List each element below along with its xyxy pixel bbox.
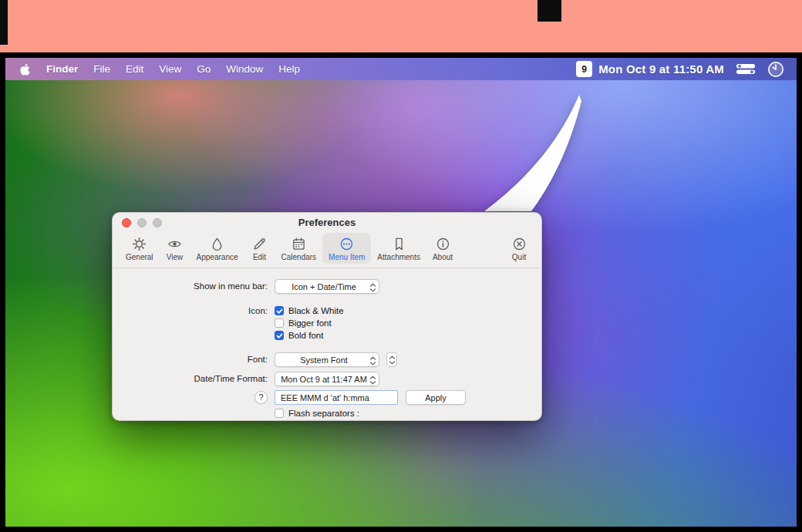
menu-file[interactable]: File [86, 63, 118, 75]
menu-window[interactable]: Window [218, 63, 271, 75]
popup-stepper-icon [369, 282, 376, 293]
eye-icon [167, 236, 182, 251]
calendar-icon [291, 236, 306, 251]
bookmark-icon [392, 236, 406, 251]
bold-font-label[interactable]: Bold font [288, 331, 323, 340]
toolbar-calendars[interactable]: Calendars [275, 233, 323, 264]
control-center-icon[interactable] [736, 63, 756, 75]
background-window-edge-right [537, 0, 561, 22]
menu-view[interactable]: View [151, 63, 189, 75]
toolbar-edit[interactable]: Edit [244, 233, 275, 264]
show-in-menu-bar-label: Show in menu bar: [117, 280, 275, 293]
menu-finder[interactable]: Finder [39, 63, 86, 75]
background-window-edge-left [0, 0, 8, 45]
toolbar-appearance[interactable]: Appearance [190, 233, 244, 264]
wallpaper: Finder File Edit View Go Window Help 9 M… [5, 58, 797, 527]
black-and-white-checkbox[interactable] [275, 306, 284, 315]
bigger-font-label[interactable]: Bigger font [288, 318, 332, 328]
show-in-menu-bar-popup[interactable]: Icon + Date/Time [275, 279, 379, 294]
toolbar-view[interactable]: View [160, 233, 190, 264]
calendar-day-icon: 9 [576, 61, 592, 77]
window-title: Preferences [113, 213, 541, 233]
zoom-button[interactable] [153, 218, 162, 227]
flash-separators-label[interactable]: Flash separators : [288, 409, 359, 418]
popup-stepper-icon [369, 375, 376, 386]
black-and-white-label[interactable]: Black & White [288, 306, 344, 315]
toolbar-attachments[interactable]: Attachments [371, 233, 426, 264]
calendar-day-number: 9 [581, 64, 587, 75]
gear-icon [132, 236, 147, 251]
toolbar-general[interactable]: General [120, 233, 160, 264]
close-button[interactable] [122, 218, 131, 227]
preferences-window: Preferences [112, 212, 542, 421]
menu-edit[interactable]: Edit [118, 63, 151, 75]
font-popup[interactable]: System Font [275, 352, 379, 367]
menu-go[interactable]: Go [189, 63, 218, 75]
icon-label: Icon: [117, 305, 275, 318]
toolbar-quit[interactable]: Quit [504, 233, 534, 264]
droplet-icon [210, 236, 224, 251]
font-size-stepper[interactable] [386, 352, 397, 367]
flash-separators-checkbox[interactable] [275, 409, 284, 418]
menu-help[interactable]: Help [271, 63, 308, 75]
titlebar[interactable]: Preferences [113, 213, 541, 231]
font-label: Font: [117, 353, 275, 366]
menu-bar: Finder File Edit View Go Window Help 9 M… [5, 58, 797, 80]
clock-icon[interactable] [767, 61, 784, 78]
help-button[interactable]: ? [254, 391, 268, 404]
toolbar: General View [113, 231, 541, 268]
popup-stepper-icon [369, 355, 376, 366]
bold-font-checkbox[interactable] [275, 331, 284, 340]
toolbar-about[interactable]: About [426, 233, 459, 264]
preferences-form: Show in menu bar: Icon + Date/Time Icon: [113, 268, 541, 418]
datetime-format-popup[interactable]: Mon Oct 9 at 11:47 AM [275, 372, 379, 386]
menubar-datetime-text: Mon Oct 9 at 11:50 AM [598, 62, 724, 76]
quit-circle-icon [512, 236, 527, 251]
info-circle-icon [436, 236, 450, 251]
format-input[interactable] [275, 390, 398, 405]
toolbar-menu-item[interactable]: Menu Item [322, 233, 371, 264]
bigger-font-checkbox[interactable] [275, 318, 284, 328]
menubar-datetime-item[interactable]: 9 Mon Oct 9 at 11:50 AM [576, 61, 724, 77]
datetime-format-label: Date/Time Format: [117, 372, 275, 386]
apply-button[interactable]: Apply [406, 390, 466, 405]
ellipsis-circle-icon [339, 236, 354, 251]
minimize-button[interactable] [137, 218, 147, 227]
apple-menu[interactable] [16, 62, 39, 76]
desktop: Finder File Edit View Go Window Help 9 M… [0, 52, 802, 532]
pencil-icon [252, 236, 267, 251]
apple-logo-icon [19, 62, 31, 76]
screenshot-frame: Finder File Edit View Go Window Help 9 M… [0, 0, 802, 532]
